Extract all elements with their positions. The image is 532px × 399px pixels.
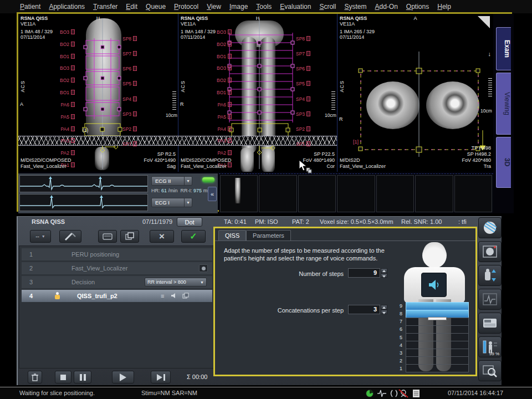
slice-group-label: BO3 — [60, 65, 75, 71]
physio-display-button[interactable] — [478, 289, 502, 310]
image-stack-corner-icon[interactable] — [478, 16, 490, 28]
copy-protocol-button[interactable] — [120, 230, 139, 243]
viewport-sagittal[interactable]: RSNA QISS VE11A 1 IMA 48 / 329 07/11/201… — [18, 14, 178, 172]
thumbnail-cell[interactable] — [454, 175, 492, 212]
menu-item[interactable]: Transfer — [93, 3, 117, 11]
heart-rate-readout: HR: 61 /min RR-I: 975 ms — [151, 188, 210, 193]
collapse-physio-button[interactable]: « — [208, 187, 217, 201]
step-number: 7 — [400, 319, 402, 324]
copy-step-icon[interactable] — [182, 293, 190, 300]
thumbnail-cell[interactable] — [298, 175, 336, 212]
chevron-down-icon[interactable]: ▼ — [184, 177, 192, 185]
pat-factor: PAT: 2 — [292, 218, 309, 225]
vp1-slice-labels-left: BO3BO2BO1BO3BO2BO1PA6PA5PA4PA3PA2PA1 — [53, 29, 75, 168]
menu-item[interactable]: Scroll — [319, 3, 336, 11]
slice-group-label: BO1 — [217, 54, 232, 59]
slice-group-label: BO3 — [60, 29, 75, 35]
slice-group-label: SP4 — [122, 96, 137, 102]
menu-item[interactable]: Patient — [20, 3, 40, 11]
number-of-steps-field[interactable]: 9 — [348, 268, 380, 278]
thumbnail-cell[interactable] — [376, 175, 414, 212]
tab-exam[interactable]: Exam — [496, 27, 511, 70]
cancel-step-button[interactable]: × — [150, 230, 174, 243]
vp3-scale-label: 10cm — [480, 108, 492, 114]
menu-item[interactable]: Evaluation — [280, 3, 311, 11]
slice-group-label: PA5 — [61, 114, 75, 120]
concatenations-stepper[interactable] — [381, 305, 387, 314]
thumbnail-cell[interactable] — [337, 175, 375, 212]
protocol-card-button[interactable] — [478, 313, 502, 334]
delete-button[interactable] — [28, 371, 42, 383]
start-button[interactable] — [112, 371, 134, 383]
tab-viewing[interactable]: Viewing — [496, 73, 511, 135]
step-range-handle[interactable] — [428, 317, 447, 320]
slice-list-icon[interactable]: ≡ — [158, 293, 167, 300]
vp1-scale-ruler — [172, 91, 176, 110]
menu-item[interactable]: Help — [437, 3, 451, 11]
step-range-selector[interactable] — [406, 303, 469, 372]
protocol-filter-combo[interactable]: --▼ — [30, 230, 51, 243]
tab-qiss[interactable]: QISS — [218, 230, 246, 241]
stop-button[interactable] — [55, 371, 71, 383]
inline-display-button[interactable] — [478, 360, 502, 381]
ecg-lead-select-bottom[interactable]: ECG I▼ — [151, 198, 192, 207]
table-position-button[interactable] — [478, 265, 502, 286]
patient-steps-figure: 987654321 — [393, 237, 475, 375]
menu-item[interactable]: View — [207, 3, 221, 11]
tab-3d[interactable]: 3D — [496, 137, 511, 188]
table-move-icon — [483, 268, 497, 283]
queue-row-number: 2 — [22, 265, 40, 272]
exam-tool-column: 99 % — [478, 217, 503, 384]
queue-row-3[interactable]: 3 Decision RR interval > 800▼ — [22, 276, 212, 288]
patient-registration-button[interactable] — [478, 217, 502, 238]
menu-item[interactable]: System — [344, 3, 366, 11]
thumbnail-cell[interactable] — [220, 175, 258, 212]
log-document-icon[interactable] — [412, 389, 420, 398]
menu-bar: PatientApplicationsTransferEditQueueProt… — [0, 0, 532, 13]
vp2-footer-left: M/DIS2D/COMPOSEDFast_View_Localizer — [181, 157, 232, 170]
rr-interval-dropdown[interactable]: RR interval > 800▼ — [145, 278, 207, 287]
menu-item[interactable]: Edit — [126, 3, 137, 11]
queue-row-2[interactable]: 2 Fast_View_Localizer — [22, 262, 212, 274]
concatenations-field[interactable]: 3 — [348, 305, 380, 314]
confirm-step-button[interactable]: ✓ — [181, 230, 206, 243]
patient-dob: 07/11/1979 — [142, 218, 172, 225]
measurement-transport-bar: Σ 00:00 — [18, 370, 215, 385]
card-view-button[interactable] — [98, 230, 117, 243]
number-of-steps-stepper[interactable] — [381, 268, 387, 278]
slice-group-label: PA2 — [218, 150, 232, 156]
ecg-waveform-bottom — [19, 194, 148, 211]
slice-group-label: PA3 — [61, 138, 75, 144]
signal-quality-led — [202, 177, 214, 182]
patient-view-button[interactable] — [478, 241, 502, 262]
viewport-transverse[interactable]: RSNA QISS VE11A 1 IMA 265 / 329 07/11/20… — [337, 14, 493, 172]
thumbnail-cell[interactable] — [259, 175, 296, 212]
scroll-down-indicator[interactable]: ↓ — [488, 50, 492, 57]
menu-item[interactable]: Add-On — [375, 3, 397, 11]
queue-row-1[interactable]: 1 PERU positioning — [22, 248, 212, 260]
slice-group-label: SP8 — [122, 36, 137, 42]
viewport-coronal[interactable]: RSNA QISS VE11A 1 IMA 148 / 329 07/11/20… — [178, 14, 337, 172]
tab-parameters[interactable]: Parameters — [246, 230, 291, 241]
dot-engine-button[interactable]: Dot — [177, 217, 202, 227]
slice-group-label: PA4 — [218, 126, 232, 132]
menu-item[interactable]: Tools — [256, 3, 272, 11]
voice-command-icon[interactable] — [170, 293, 178, 300]
menu-item[interactable]: Applications — [49, 3, 85, 11]
figure-head — [422, 243, 447, 268]
step-number: 2 — [400, 359, 402, 364]
mouse-cursor — [298, 160, 313, 174]
skip-button[interactable] — [151, 371, 171, 383]
ecg-lead-select-top[interactable]: ECG II▼ — [151, 176, 192, 186]
chevron-down-icon[interactable]: ▼ — [184, 198, 192, 207]
menu-item[interactable]: Queue — [146, 3, 166, 11]
menu-item[interactable]: Image — [229, 3, 248, 11]
sar-monitor-button[interactable]: 99 % — [478, 336, 502, 357]
queue-row-4-selected[interactable]: 4 QISS_trufi_p2 ≡ — [22, 290, 212, 302]
thumbnail-cell[interactable] — [415, 175, 453, 212]
menu-item[interactable]: Options — [406, 3, 429, 11]
menu-item[interactable]: Protocol — [174, 3, 198, 11]
contrast-injection-button[interactable] — [59, 230, 81, 243]
pause-button[interactable] — [74, 371, 91, 383]
vp2-orientation-top: H — [256, 16, 260, 22]
